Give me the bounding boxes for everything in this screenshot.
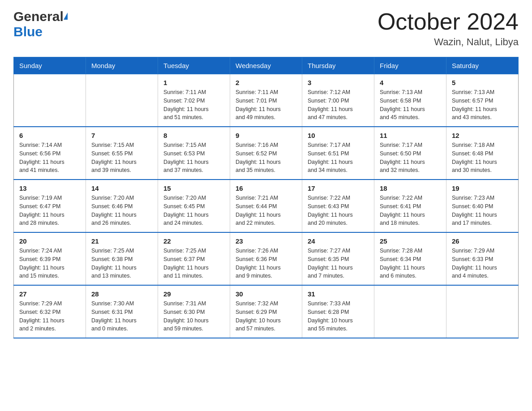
calendar-cell: 19Sunrise: 7:23 AM Sunset: 6:40 PM Dayli… [446, 180, 519, 232]
day-info: Sunrise: 7:25 AM Sunset: 6:37 PM Dayligh… [163, 247, 224, 280]
day-number: 4 [380, 79, 441, 86]
day-number: 19 [452, 184, 513, 192]
day-number: 13 [19, 184, 80, 192]
calendar-cell: 16Sunrise: 7:21 AM Sunset: 6:44 PM Dayli… [230, 180, 302, 232]
calendar-cell: 22Sunrise: 7:25 AM Sunset: 6:37 PM Dayli… [158, 232, 230, 285]
day-info: Sunrise: 7:24 AM Sunset: 6:39 PM Dayligh… [19, 247, 80, 280]
calendar-week-row: 1Sunrise: 7:11 AM Sunset: 7:02 PM Daylig… [14, 74, 519, 127]
calendar-cell: 4Sunrise: 7:13 AM Sunset: 6:58 PM Daylig… [374, 74, 446, 127]
calendar-header-friday: Friday [374, 57, 446, 74]
day-info: Sunrise: 7:15 AM Sunset: 6:55 PM Dayligh… [91, 141, 152, 175]
calendar-cell: 2Sunrise: 7:11 AM Sunset: 7:01 PM Daylig… [230, 74, 302, 127]
logo: General Blue [13, 9, 68, 39]
day-number: 8 [163, 132, 224, 139]
day-number: 28 [91, 290, 152, 298]
day-info: Sunrise: 7:20 AM Sunset: 6:45 PM Dayligh… [163, 194, 224, 227]
calendar-cell: 29Sunrise: 7:31 AM Sunset: 6:30 PM Dayli… [158, 285, 230, 338]
day-info: Sunrise: 7:33 AM Sunset: 6:28 PM Dayligh… [308, 300, 369, 333]
day-info: Sunrise: 7:23 AM Sunset: 6:40 PM Dayligh… [452, 194, 513, 227]
calendar-cell: 13Sunrise: 7:19 AM Sunset: 6:47 PM Dayli… [14, 180, 86, 232]
day-info: Sunrise: 7:32 AM Sunset: 6:29 PM Dayligh… [236, 300, 296, 333]
calendar-cell: 31Sunrise: 7:33 AM Sunset: 6:28 PM Dayli… [302, 285, 374, 338]
calendar-week-row: 13Sunrise: 7:19 AM Sunset: 6:47 PM Dayli… [14, 180, 519, 232]
calendar-cell: 24Sunrise: 7:27 AM Sunset: 6:35 PM Dayli… [302, 232, 374, 285]
day-number: 20 [19, 237, 80, 245]
day-info: Sunrise: 7:14 AM Sunset: 6:56 PM Dayligh… [19, 141, 80, 175]
calendar-cell: 9Sunrise: 7:16 AM Sunset: 6:52 PM Daylig… [230, 127, 302, 180]
day-number: 15 [163, 184, 224, 192]
day-number: 17 [308, 184, 369, 192]
calendar-cell: 21Sunrise: 7:25 AM Sunset: 6:38 PM Dayli… [86, 232, 158, 285]
calendar-cell: 27Sunrise: 7:29 AM Sunset: 6:32 PM Dayli… [14, 285, 86, 338]
calendar-cell: 20Sunrise: 7:24 AM Sunset: 6:39 PM Dayli… [14, 232, 86, 285]
day-info: Sunrise: 7:19 AM Sunset: 6:47 PM Dayligh… [19, 194, 80, 227]
calendar-cell: 6Sunrise: 7:14 AM Sunset: 6:56 PM Daylig… [14, 127, 86, 180]
day-info: Sunrise: 7:29 AM Sunset: 6:33 PM Dayligh… [452, 247, 513, 280]
day-number: 12 [452, 132, 513, 139]
day-number: 14 [91, 184, 152, 192]
calendar-week-row: 27Sunrise: 7:29 AM Sunset: 6:32 PM Dayli… [14, 285, 519, 338]
calendar-cell: 3Sunrise: 7:12 AM Sunset: 7:00 PM Daylig… [302, 74, 374, 127]
day-number: 30 [236, 290, 296, 298]
day-number: 21 [91, 237, 152, 245]
day-number: 23 [236, 237, 296, 245]
calendar-cell: 11Sunrise: 7:17 AM Sunset: 6:50 PM Dayli… [374, 127, 446, 180]
logo-blue: Blue [13, 24, 43, 39]
calendar-cell: 30Sunrise: 7:32 AM Sunset: 6:29 PM Dayli… [230, 285, 302, 338]
day-number: 31 [308, 290, 369, 298]
logo-general: General [13, 9, 64, 24]
calendar-cell: 14Sunrise: 7:20 AM Sunset: 6:46 PM Dayli… [86, 180, 158, 232]
calendar-header-saturday: Saturday [446, 57, 519, 74]
day-info: Sunrise: 7:11 AM Sunset: 7:02 PM Dayligh… [163, 88, 224, 122]
day-info: Sunrise: 7:11 AM Sunset: 7:01 PM Dayligh… [236, 88, 296, 122]
calendar-cell: 12Sunrise: 7:18 AM Sunset: 6:48 PM Dayli… [446, 127, 519, 180]
calendar-header-thursday: Thursday [302, 57, 374, 74]
day-number: 24 [308, 237, 369, 245]
calendar-cell: 17Sunrise: 7:22 AM Sunset: 6:43 PM Dayli… [302, 180, 374, 232]
calendar-cell: 23Sunrise: 7:26 AM Sunset: 6:36 PM Dayli… [230, 232, 302, 285]
calendar-cell [86, 74, 158, 127]
day-number: 2 [236, 79, 296, 86]
calendar-cell: 7Sunrise: 7:15 AM Sunset: 6:55 PM Daylig… [86, 127, 158, 180]
day-info: Sunrise: 7:17 AM Sunset: 6:50 PM Dayligh… [380, 141, 441, 175]
day-info: Sunrise: 7:25 AM Sunset: 6:38 PM Dayligh… [91, 247, 152, 280]
calendar-cell: 25Sunrise: 7:28 AM Sunset: 6:34 PM Dayli… [374, 232, 446, 285]
calendar-table: SundayMondayTuesdayWednesdayThursdayFrid… [13, 57, 519, 338]
calendar-cell: 10Sunrise: 7:17 AM Sunset: 6:51 PM Dayli… [302, 127, 374, 180]
day-info: Sunrise: 7:21 AM Sunset: 6:44 PM Dayligh… [236, 194, 296, 227]
day-info: Sunrise: 7:13 AM Sunset: 6:57 PM Dayligh… [452, 88, 513, 122]
day-info: Sunrise: 7:12 AM Sunset: 7:00 PM Dayligh… [308, 88, 369, 122]
calendar-cell [14, 74, 86, 127]
calendar-cell: 28Sunrise: 7:30 AM Sunset: 6:31 PM Dayli… [86, 285, 158, 338]
calendar-cell: 18Sunrise: 7:22 AM Sunset: 6:41 PM Dayli… [374, 180, 446, 232]
calendar-header-row: SundayMondayTuesdayWednesdayThursdayFrid… [14, 57, 519, 74]
day-number: 25 [380, 237, 441, 245]
location-title: Wazin, Nalut, Libya [378, 36, 519, 48]
calendar-week-row: 20Sunrise: 7:24 AM Sunset: 6:39 PM Dayli… [14, 232, 519, 285]
day-info: Sunrise: 7:29 AM Sunset: 6:32 PM Dayligh… [19, 300, 80, 333]
day-number: 18 [380, 184, 441, 192]
month-title: October 2024 [378, 9, 519, 34]
day-info: Sunrise: 7:18 AM Sunset: 6:48 PM Dayligh… [452, 141, 513, 175]
day-number: 16 [236, 184, 296, 192]
day-number: 5 [452, 79, 513, 86]
day-number: 10 [308, 132, 369, 139]
calendar-cell: 15Sunrise: 7:20 AM Sunset: 6:45 PM Dayli… [158, 180, 230, 232]
calendar-cell [374, 285, 446, 338]
day-info: Sunrise: 7:31 AM Sunset: 6:30 PM Dayligh… [163, 300, 224, 333]
day-number: 3 [308, 79, 369, 86]
calendar-cell: 5Sunrise: 7:13 AM Sunset: 6:57 PM Daylig… [446, 74, 519, 127]
calendar-cell: 8Sunrise: 7:15 AM Sunset: 6:53 PM Daylig… [158, 127, 230, 180]
title-area: October 2024 Wazin, Nalut, Libya [378, 9, 519, 48]
day-number: 11 [380, 132, 441, 139]
day-number: 6 [19, 132, 80, 139]
day-info: Sunrise: 7:17 AM Sunset: 6:51 PM Dayligh… [308, 141, 369, 175]
day-info: Sunrise: 7:22 AM Sunset: 6:43 PM Dayligh… [308, 194, 369, 227]
calendar-header-monday: Monday [86, 57, 158, 74]
day-number: 1 [163, 79, 224, 86]
day-info: Sunrise: 7:30 AM Sunset: 6:31 PM Dayligh… [91, 300, 152, 333]
day-number: 26 [452, 237, 513, 245]
day-number: 29 [163, 290, 224, 298]
calendar-cell [446, 285, 519, 338]
calendar-header-tuesday: Tuesday [158, 57, 230, 74]
